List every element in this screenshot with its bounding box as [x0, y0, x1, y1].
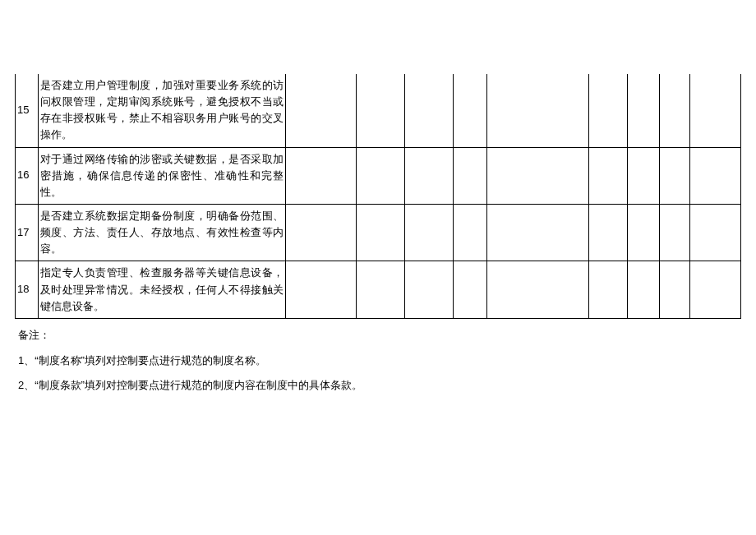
control-points-table: 15 是否建立用户管理制度，加强对重要业务系统的访问权限管理，定期审阅系统账号，… — [15, 74, 741, 319]
cell-empty — [487, 74, 589, 147]
cell-empty — [588, 261, 627, 318]
cell-empty — [357, 147, 405, 204]
cell-empty — [357, 204, 405, 261]
row-description: 是否建立用户管理制度，加强对重要业务系统的访问权限管理，定期审阅系统账号，避免授… — [38, 74, 285, 147]
cell-empty — [659, 261, 689, 318]
table-row: 18 指定专人负责管理、检查服务器等关键信息设备，及时处理异常情况。未经授权，任… — [16, 261, 741, 318]
cell-empty — [487, 204, 589, 261]
table-row: 15 是否建立用户管理制度，加强对重要业务系统的访问权限管理，定期审阅系统账号，… — [16, 74, 741, 147]
cell-empty — [286, 261, 357, 318]
cell-empty — [454, 204, 487, 261]
cell-empty — [454, 147, 487, 204]
cell-empty — [659, 204, 689, 261]
cell-empty — [487, 261, 589, 318]
cell-empty — [689, 204, 740, 261]
cell-empty — [689, 147, 740, 204]
cell-empty — [357, 261, 405, 318]
cell-empty — [689, 261, 740, 318]
row-number: 16 — [16, 147, 39, 204]
cell-empty — [286, 74, 357, 147]
cell-empty — [628, 261, 660, 318]
cell-empty — [286, 147, 357, 204]
notes-heading: 备注： — [18, 327, 741, 344]
cell-empty — [659, 147, 689, 204]
cell-empty — [628, 204, 660, 261]
cell-empty — [628, 147, 660, 204]
cell-empty — [405, 147, 454, 204]
row-number: 15 — [16, 74, 39, 147]
cell-empty — [286, 204, 357, 261]
row-number: 18 — [16, 261, 39, 318]
row-description: 指定专人负责管理、检查服务器等关键信息设备，及时处理异常情况。未经授权，任何人不… — [38, 261, 285, 318]
row-description: 是否建立系统数据定期备份制度，明确备份范围、频度、方法、责任人、存放地点、有效性… — [38, 204, 285, 261]
table-row: 16 对于通过网络传输的涉密或关键数据，是否采取加密措施，确保信息传递的保密性、… — [16, 147, 741, 204]
cell-empty — [454, 74, 487, 147]
cell-empty — [689, 74, 740, 147]
cell-empty — [588, 147, 627, 204]
notes-line-2: 2、“制度条款”填列对控制要点进行规范的制度内容在制度中的具体条款。 — [18, 377, 741, 394]
notes-line-1: 1、“制度名称”填列对控制要点进行规范的制度名称。 — [18, 353, 741, 370]
cell-empty — [628, 74, 660, 147]
cell-empty — [487, 147, 589, 204]
cell-empty — [454, 261, 487, 318]
notes-section: 备注： 1、“制度名称”填列对控制要点进行规范的制度名称。 2、“制度条款”填列… — [15, 327, 741, 394]
cell-empty — [405, 204, 454, 261]
cell-empty — [405, 261, 454, 318]
cell-empty — [405, 74, 454, 147]
table-row: 17 是否建立系统数据定期备份制度，明确备份范围、频度、方法、责任人、存放地点、… — [16, 204, 741, 261]
cell-empty — [357, 74, 405, 147]
row-description: 对于通过网络传输的涉密或关键数据，是否采取加密措施，确保信息传递的保密性、准确性… — [38, 147, 285, 204]
cell-empty — [659, 74, 689, 147]
cell-empty — [588, 74, 627, 147]
row-number: 17 — [16, 204, 39, 261]
cell-empty — [588, 204, 627, 261]
